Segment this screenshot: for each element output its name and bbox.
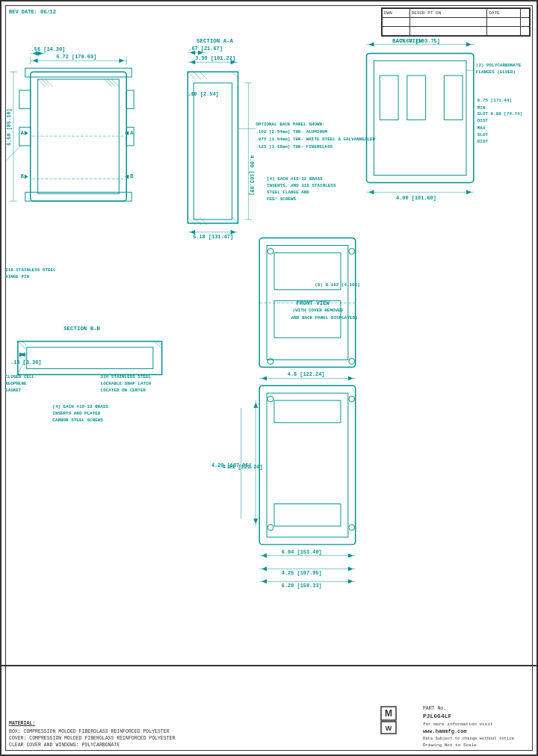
- svg-text:6.04 [153.40]: 6.04 [153.40]: [282, 549, 322, 555]
- svg-line-24: [111, 79, 119, 87]
- svg-text:INSERTS AND PLATED: INSERTS AND PLATED: [52, 411, 100, 416]
- svg-line-52: [232, 217, 238, 223]
- svg-line-21: [45, 79, 52, 87]
- svg-rect-144: [274, 400, 341, 423]
- svg-rect-81: [367, 53, 474, 182]
- svg-line-23: [108, 79, 116, 87]
- svg-text:INSERTS, AND 316 STAINLESS: INSERTS, AND 316 STAINLESS: [267, 183, 336, 188]
- bottom-section: MATERIAL: BOX: COMPRESSION MOLDED FIBERG…: [1, 665, 537, 755]
- svg-text:.10 [2.54]: .10 [2.54]: [188, 91, 218, 97]
- data-subject: Data Subject to change without notice: [423, 736, 514, 742]
- svg-marker-166: [262, 579, 267, 583]
- svg-text:M: M: [385, 708, 392, 719]
- svg-text:4.09 [103.89]: 4.09 [103.89]: [249, 155, 255, 196]
- svg-text:W: W: [386, 725, 392, 732]
- part-info: PART No. PJL664LF for more information v…: [423, 705, 514, 749]
- svg-rect-118: [18, 341, 162, 374]
- svg-text:LOCATED ON CENTER: LOCATED ON CENTER: [101, 388, 146, 393]
- svg-line-46: [200, 72, 207, 79]
- svg-point-114: [349, 248, 355, 254]
- svg-text:6.50 [85.10]: 6.50 [85.10]: [6, 108, 12, 146]
- svg-marker-30: [119, 58, 124, 63]
- svg-line-120: [18, 341, 25, 349]
- svg-marker-12: [25, 131, 28, 135]
- svg-marker-55: [190, 60, 195, 64]
- svg-text:SLOT: SLOT: [477, 132, 489, 137]
- svg-text:316 STAINLESS STEEL: 316 STAINLESS STEEL: [5, 267, 56, 273]
- svg-text:NEOPRENE: NEOPRENE: [5, 381, 27, 386]
- svg-point-149: [349, 524, 355, 530]
- svg-text:A: A: [21, 130, 25, 136]
- svg-marker-17: [25, 175, 28, 179]
- svg-marker-140: [262, 376, 267, 380]
- svg-text:SECTION A-A: SECTION A-A: [197, 38, 233, 44]
- svg-text:[4] EACH #10-32 BRASS: [4] EACH #10-32 BRASS: [52, 404, 108, 409]
- svg-rect-85: [444, 75, 463, 120]
- svg-text:3.99 [101.22]: 3.99 [101.22]: [195, 55, 235, 61]
- rev-date: REV DATE: 06/12: [9, 9, 56, 15]
- drawing-scale: Drawing Not to Scale: [423, 742, 514, 749]
- svg-text:STEEL FLANGE AND: STEEL FLANGE AND: [267, 190, 309, 195]
- svg-marker-152: [253, 403, 258, 408]
- svg-marker-162: [262, 567, 267, 571]
- svg-point-115: [268, 359, 273, 365]
- part-number: PJL664LF: [423, 712, 514, 721]
- svg-marker-96: [466, 190, 471, 194]
- material-clear: CLEAR COVER AND WINDOWS: POLYCARBONATE: [9, 742, 233, 749]
- svg-text:MIN: MIN: [477, 105, 486, 111]
- svg-point-147: [349, 396, 355, 402]
- svg-text:.100 [2.54mm] THK- ALUMINUM: .100 [2.54mm] THK- ALUMINUM: [256, 129, 327, 134]
- svg-text:FEE° SCREWS: FEE° SCREWS: [267, 196, 297, 202]
- for-more-info: for more information visit: [423, 721, 514, 728]
- svg-text:4.8 [122.24]: 4.8 [122.24]: [288, 371, 325, 377]
- svg-point-146: [268, 396, 273, 402]
- svg-text:[4] EACH #10-32 BRASS: [4] EACH #10-32 BRASS: [267, 176, 323, 182]
- part-label: PART No.: [423, 705, 514, 713]
- svg-rect-83: [380, 75, 398, 120]
- svg-text:MAX: MAX: [477, 126, 486, 131]
- logo-block: M W PART No. PJL664LF for more informati…: [380, 705, 529, 749]
- svg-text:.125 [3.18mm] THK- FIBERGLASS: .125 [3.18mm] THK- FIBERGLASS: [256, 144, 333, 149]
- svg-point-116: [349, 359, 355, 365]
- svg-rect-2: [38, 79, 120, 193]
- svg-marker-159: [348, 554, 353, 558]
- svg-point-148: [268, 524, 273, 530]
- svg-text:DIST: DIST: [477, 118, 489, 123]
- svg-line-19: [38, 79, 46, 87]
- svg-rect-84: [407, 75, 426, 120]
- svg-text:AND BACK PANEL DISPLAYED): AND BACK PANEL DISPLAYED): [291, 315, 358, 320]
- svg-text:LOCKABLE SNAP LATCH: LOCKABLE SNAP LATCH: [101, 381, 152, 386]
- svg-text:CARBON STEEL SCREWS: CARBON STEEL SCREWS: [52, 418, 103, 423]
- svg-text:CLOSED CELL: CLOSED CELL: [5, 374, 35, 379]
- svg-text:316 STAINLESS STEEL: 316 STAINLESS STEEL: [101, 374, 152, 379]
- svg-text:OPTIONAL BACK PANEL SHOWN:: OPTIONAL BACK PANEL SHOWN:: [256, 122, 324, 127]
- svg-text:DIST: DIST: [477, 139, 489, 144]
- svg-text:.67 [21.67]: .67 [21.67]: [188, 46, 223, 52]
- svg-text:.56 [14.30]: .56 [14.30]: [31, 46, 66, 52]
- svg-marker-95: [368, 190, 374, 194]
- svg-rect-82: [374, 61, 466, 175]
- svg-line-122: [155, 341, 162, 349]
- svg-marker-153: [253, 518, 258, 524]
- svg-line-20: [42, 79, 49, 87]
- svg-rect-7: [126, 90, 134, 109]
- svg-text:B: B: [130, 173, 133, 179]
- svg-rect-3: [25, 68, 132, 77]
- svg-text:HINGE PIN: HINGE PIN: [5, 274, 29, 279]
- svg-line-44: [188, 72, 195, 79]
- svg-line-45: [194, 72, 201, 79]
- svg-marker-29: [33, 58, 38, 63]
- svg-marker-141: [348, 376, 353, 380]
- svg-text:B: B: [21, 173, 24, 179]
- svg-marker-167: [348, 579, 353, 583]
- svg-text:.13 [3.30]: .13 [3.30]: [10, 359, 41, 365]
- svg-text:SLOT 0.88 [74.74]: SLOT 0.88 [74.74]: [477, 111, 522, 117]
- svg-line-22: [105, 79, 112, 87]
- svg-text:A: A: [130, 130, 134, 136]
- svg-text:FLANGES (GLUED): FLANGES (GLUED): [476, 69, 516, 75]
- svg-rect-119: [27, 347, 153, 369]
- technical-drawing: .dim { font-family: 'Courier New', monos…: [1, 16, 538, 666]
- svg-text:6.28 [159.33]: 6.28 [159.33]: [282, 583, 322, 589]
- svg-text:GASKET: GASKET: [5, 388, 22, 393]
- svg-marker-163: [348, 567, 353, 571]
